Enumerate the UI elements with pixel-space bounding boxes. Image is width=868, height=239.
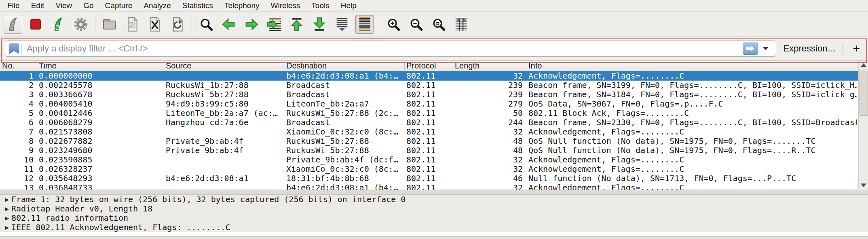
cell-info: Acknowledgement, Flags=........C (528, 155, 857, 164)
scroll-down-button[interactable] (859, 181, 868, 189)
packet-row[interactable]: 90.023249680Private_9b:ab:4fRuckusWi_5b:… (0, 146, 868, 155)
packet-row[interactable]: 20.002245578RuckusWi_1b:27:88Broadcast80… (0, 81, 868, 90)
auto-scroll-icon[interactable] (333, 15, 351, 34)
scroll-up-button[interactable] (859, 61, 868, 69)
menu-go[interactable]: Go (78, 0, 99, 11)
menu-statistics[interactable]: Statistics (177, 0, 219, 11)
cell-protocol: 802.11 (406, 127, 450, 137)
detail-row[interactable]: ▶IEEE 802.11 Acknowledgement, Flags: ...… (0, 223, 868, 232)
column-separator[interactable] (451, 62, 451, 70)
cell-destination: LiteonTe_bb:2a:a7 (286, 99, 403, 109)
cell-no: 13 (0, 183, 34, 190)
column-separator[interactable] (283, 62, 283, 70)
packet-row[interactable]: 30.003366678RuckusWi_5b:27:88Broadcast80… (0, 90, 868, 99)
capture-options-icon[interactable] (72, 15, 90, 34)
apply-filter-button[interactable] (743, 43, 758, 55)
menu-edit[interactable]: Edit (25, 0, 50, 11)
cell-destination: b4:e6:2d:d3:08:a1 (b4:… (286, 183, 403, 190)
cell-no: 7 (0, 127, 34, 137)
find-packet-icon[interactable] (197, 15, 215, 34)
expand-triangle-icon[interactable]: ▶ (0, 195, 11, 204)
packet-row[interactable]: 110.026328237XiaomiCo_0c:32:c0 (8c:…802.… (0, 164, 868, 174)
column-separator[interactable] (37, 62, 37, 70)
cell-info: Acknowledgement, Flags=........C (528, 164, 857, 174)
expression-button[interactable]: Expression… (784, 43, 836, 54)
open-capture-file-icon[interactable] (100, 15, 119, 34)
cell-protocol: 802.11 (406, 90, 450, 99)
start-capture-icon[interactable] (4, 15, 22, 34)
cell-protocol: 802.11 (406, 183, 450, 190)
detail-row[interactable]: ▶Radiotap Header v0, Length 18 (0, 204, 868, 213)
menu-file[interactable]: File (2, 0, 25, 11)
restart-capture-icon[interactable] (49, 15, 68, 34)
last-packet-icon[interactable] (310, 15, 329, 34)
save-capture-file-icon[interactable]: 010111100011 (123, 15, 141, 34)
add-filter-button[interactable]: + (849, 43, 863, 55)
expand-triangle-icon[interactable]: ▶ (0, 223, 11, 232)
expand-triangle-icon[interactable]: ▶ (0, 213, 11, 223)
column-header-source[interactable]: Source (166, 61, 191, 71)
zoom-in-icon[interactable] (384, 15, 403, 34)
cell-no: 12 (0, 174, 34, 183)
menu-bar: FileEditViewGoCaptureAnalyzeStatisticsTe… (0, 0, 868, 12)
packet-row[interactable]: 100.023590885Private_9b:ab:4f (dc:f…802.… (0, 155, 868, 164)
scrollbar-thumb[interactable] (860, 70, 868, 116)
column-separator[interactable] (160, 62, 160, 70)
menu-help[interactable]: Help (335, 0, 362, 11)
cell-protocol: 802.11 (406, 81, 450, 90)
colorize-packets-icon[interactable] (355, 15, 374, 34)
cell-info: Beacon frame, SN=2330, FN=0, Flags=.....… (528, 118, 857, 127)
column-header-info[interactable]: Info (528, 61, 542, 71)
cell-no: 8 (0, 137, 34, 146)
cell-no: 11 (0, 164, 34, 174)
first-packet-icon[interactable] (287, 15, 306, 34)
stop-capture-icon[interactable] (26, 15, 45, 34)
packet-row[interactable]: 80.022677882Private_9b:ab:4fRuckusWi_5b:… (0, 137, 868, 146)
column-header-length[interactable]: Length (455, 61, 479, 71)
packet-row[interactable]: 50.004012446LiteonTe_bb:2a:a7 (ac:…Rucku… (0, 109, 868, 118)
packet-list-scrollbar[interactable] (858, 61, 868, 189)
detail-row[interactable]: ▶Frame 1: 32 bytes on wire (256 bits), 3… (0, 195, 868, 204)
previous-packet-icon[interactable] (220, 15, 238, 34)
go-to-packet-icon[interactable] (265, 15, 283, 34)
packet-list: 10.000000000b4:e6:2d:d3:08:a1 (b4:…802.1… (0, 71, 868, 190)
cell-source: 94:d9:b3:99:c5:80 (166, 99, 282, 109)
packet-row[interactable]: 40.00400541094:d9:b3:99:c5:80LiteonTe_bb… (0, 99, 868, 109)
menu-telephony[interactable]: Telephony (219, 0, 265, 11)
next-packet-icon[interactable] (242, 15, 261, 34)
filter-history-dropdown[interactable] (763, 47, 769, 50)
cell-no: 9 (0, 146, 34, 155)
zoom-reset-icon[interactable] (429, 15, 448, 34)
packet-row[interactable]: 130.036848733b4:e6:2d:d3:08:a1 (b4:…802.… (0, 183, 868, 190)
packet-details-pane: ▶Frame 1: 32 bytes on wire (256 bits), 3… (0, 195, 868, 239)
cell-time: 0.004005410 (39, 99, 158, 109)
display-filter-input[interactable]: Apply a display filter ... <Ctrl-/> (5, 41, 776, 57)
cell-length: 50 (451, 109, 523, 118)
detail-row[interactable]: ▶802.11 radio information (0, 213, 868, 223)
column-header-destination[interactable]: Destination (286, 61, 327, 71)
cell-protocol: 802.11 (406, 137, 450, 146)
packet-row[interactable]: 60.006068279Hangzhou_cd:7a:6eBroadcast80… (0, 118, 868, 127)
cell-info: QoS Null function (No data), SN=1975, FN… (528, 146, 857, 155)
column-separator[interactable] (525, 62, 525, 70)
column-header-protocol[interactable]: Protocol (406, 61, 436, 71)
resize-columns-icon[interactable] (452, 15, 471, 34)
packet-row[interactable]: 10.000000000b4:e6:2d:d3:08:a1 (b4:…802.1… (0, 71, 868, 81)
zoom-out-icon[interactable] (407, 15, 425, 34)
menu-capture[interactable]: Capture (99, 0, 138, 11)
packet-row[interactable]: 120.035648293b4:e6:2d:d3:08:a118:31:bf:4… (0, 174, 868, 183)
packet-row[interactable]: 70.021573808XiaomiCo_0c:32:c0 (8c:…802.1… (0, 127, 868, 137)
menu-tools[interactable]: Tools (306, 0, 335, 11)
cell-no: 4 (0, 99, 34, 109)
close-capture-file-icon[interactable] (146, 15, 164, 34)
reload-capture-file-icon[interactable] (168, 15, 187, 34)
menu-wireless[interactable]: Wireless (265, 0, 306, 11)
column-header-no[interactable]: No. (2, 61, 15, 71)
filter-bookmark-icon[interactable] (9, 43, 19, 54)
column-header-time[interactable]: Time (39, 61, 57, 71)
cell-time: 0.023590885 (39, 155, 158, 164)
menu-analyze[interactable]: Analyze (138, 0, 177, 11)
column-separator[interactable] (404, 62, 405, 70)
expand-triangle-icon[interactable]: ▶ (0, 204, 11, 213)
menu-view[interactable]: View (50, 0, 78, 11)
